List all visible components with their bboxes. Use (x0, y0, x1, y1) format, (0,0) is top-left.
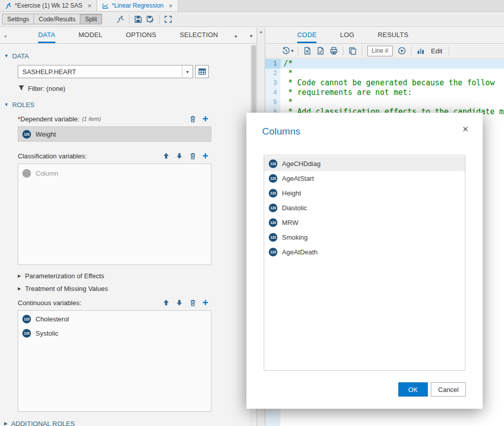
code-text: * (280, 69, 293, 78)
code-line[interactable]: 5 * (265, 97, 504, 107)
missing-values-label: Treatment of Missing Values (25, 285, 108, 292)
line-number-toggle[interactable]: Line # (367, 46, 393, 56)
variable-item-cholesterol[interactable]: 123 Cholesterol (18, 312, 211, 326)
variable-item-systolic[interactable]: 123 Systolic (18, 326, 211, 340)
code-line[interactable]: 1 /* (265, 59, 504, 69)
delete-variable-icon[interactable] (186, 114, 199, 124)
doc-tab-label: *Linear Regression (112, 2, 164, 9)
export-code-icon[interactable] (301, 45, 314, 56)
line-number: 3 (265, 78, 280, 88)
tab-menu-icon[interactable]: ▾ (250, 33, 253, 39)
columns-list[interactable]: 123 AgeCHDdiag 123 AgeAtStart 123 Height… (264, 155, 465, 371)
missing-values-expander[interactable]: ▶ Treatment of Missing Values (18, 285, 250, 292)
dependent-variable-header: * Dependent variable: (1 item) + (18, 114, 211, 124)
toolbar-divider (362, 46, 362, 55)
ok-button[interactable]: OK (398, 382, 428, 397)
column-item-smoking[interactable]: 123 Smoking (264, 230, 465, 245)
tab-log[interactable]: LOG (340, 31, 354, 43)
chart-icon[interactable] (414, 45, 427, 56)
doc-tab-exercise[interactable]: *Exercise (1) Wk 12 SAS × (0, 0, 97, 11)
close-tab-icon[interactable]: × (87, 3, 91, 9)
close-tab-icon[interactable]: × (169, 3, 173, 9)
numeric-type-icon: 123 (269, 159, 277, 168)
code-line[interactable]: 2 * (265, 69, 504, 78)
code-text: /* (280, 59, 293, 69)
roles-section-title: ROLES (12, 101, 35, 109)
goto-line-icon[interactable] (395, 45, 408, 56)
expand-triangle-icon: ▶ (4, 421, 8, 426)
move-up-icon[interactable] (160, 151, 173, 161)
preview-code-icon[interactable] (314, 45, 327, 56)
maximize-icon[interactable] (162, 14, 174, 25)
column-item-diastolic[interactable]: 123 Diastolic (264, 201, 465, 215)
move-up-icon[interactable] (160, 298, 173, 308)
dependent-variable-count: (1 item) (82, 116, 101, 122)
run-submit-icon[interactable] (114, 14, 127, 25)
doc-tab-label: *Exercise (1) Wk 12 SAS (15, 2, 82, 9)
column-item-ageatstart[interactable]: 123 AgeAtStart (264, 171, 465, 186)
code-text: * Code cannot be generated because the f… (280, 78, 494, 88)
split-button[interactable]: Split (80, 14, 102, 24)
collapse-panel-icon[interactable]: ◄ (259, 30, 263, 35)
variable-item-weight[interactable]: 123 Weight (18, 127, 211, 141)
add-variable-icon[interactable]: + (199, 114, 211, 123)
tab-results[interactable]: RESULTS (377, 31, 408, 43)
move-down-icon[interactable] (173, 298, 186, 308)
filter-row[interactable]: Filter: (none) (18, 84, 250, 93)
column-item-agechddiag[interactable]: 123 AgeCHDdiag (264, 156, 465, 171)
numeric-type-icon: 123 (22, 329, 31, 338)
tab-options[interactable]: OPTIONS (126, 31, 156, 43)
tab-model[interactable]: MODEL (79, 31, 103, 43)
dependent-variable-list[interactable]: 123 Weight (18, 126, 211, 142)
choose-table-button[interactable] (195, 65, 209, 78)
delete-variable-icon[interactable] (186, 151, 199, 161)
classification-variables-list[interactable]: Column (18, 163, 211, 265)
numeric-type-icon: 123 (269, 248, 277, 256)
data-section-header[interactable]: ▼ DATA (4, 52, 250, 60)
doc-tab-linear-regression[interactable]: *Linear Regression × (97, 0, 178, 11)
column-item-height[interactable]: 123 Height (264, 186, 465, 201)
numeric-type-icon: 123 (22, 315, 31, 323)
save-icon[interactable] (132, 14, 144, 25)
tab-code[interactable]: CODE (297, 31, 317, 43)
dataset-value: SASHELP.HEART (22, 68, 76, 76)
move-down-icon[interactable] (173, 151, 186, 161)
tab-selection[interactable]: SELECTION (180, 31, 218, 43)
code-line[interactable]: 3 * Code cannot be generated because the… (265, 78, 504, 88)
print-icon[interactable] (327, 45, 340, 56)
line-number: 1 (265, 59, 280, 69)
document-tabbar: *Exercise (1) Wk 12 SAS × *Linear Regres… (0, 0, 504, 12)
classification-variables-label: Classification variables: (18, 152, 87, 160)
edit-button[interactable]: Edit (431, 47, 442, 55)
additional-roles-header[interactable]: ▶ ADDITIONAL ROLES (4, 420, 250, 426)
column-name: Smoking (282, 234, 308, 241)
settings-button[interactable]: Settings (2, 14, 34, 24)
continuous-variables-list[interactable]: 123 Cholesterol 123 Systolic (18, 310, 211, 412)
copy-icon[interactable] (346, 45, 359, 56)
code-results-button[interactable]: Code/Results (34, 14, 80, 24)
add-variable-icon[interactable]: + (199, 151, 211, 160)
toolbar-divider (159, 15, 160, 24)
cancel-button[interactable]: Cancel (431, 382, 466, 397)
parameterization-expander[interactable]: ▶ Parameterization of Effects (18, 272, 250, 280)
column-name: AgeAtStart (282, 175, 314, 182)
code-line[interactable]: 4 * requirements are not met: (265, 88, 504, 97)
add-variable-icon[interactable]: + (199, 298, 211, 307)
column-item-mrw[interactable]: 123 MRW (264, 215, 465, 230)
column-name: Diastolic (282, 204, 307, 212)
tab-scroll-left-icon[interactable]: ◄ (3, 34, 7, 39)
save-as-icon[interactable] (144, 14, 156, 25)
chevron-down-icon[interactable]: ▾ (182, 65, 193, 78)
code-toolbar: ▾ Line # (265, 44, 504, 58)
dataset-dropdown[interactable]: SASHELP.HEART ▾ (18, 65, 193, 78)
column-name: AgeCHDdiag (282, 160, 321, 168)
close-dialog-icon[interactable]: × (462, 124, 468, 134)
main-toolbar: Settings Code/Results Split (0, 12, 504, 27)
expand-triangle-icon: ▶ (18, 287, 21, 291)
tab-data[interactable]: DATA (38, 31, 55, 43)
history-menu-icon[interactable]: ▾ (291, 48, 294, 53)
tab-scroll-right-icon[interactable]: ► (234, 34, 238, 39)
column-item-ageatdeath[interactable]: 123 AgeAtDeath (264, 245, 465, 259)
roles-section-header[interactable]: ▼ ROLES (4, 101, 250, 109)
delete-variable-icon[interactable] (186, 298, 199, 308)
